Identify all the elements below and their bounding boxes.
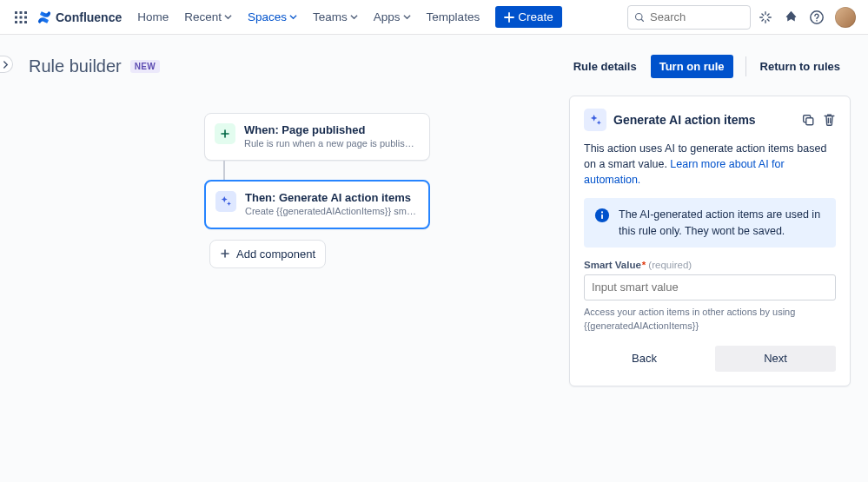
- info-text: The AI-generated action items are used i…: [619, 207, 825, 238]
- svg-point-10: [811, 10, 823, 23]
- when-title: When: Page published: [244, 123, 417, 136]
- page-title: Rule builder: [29, 56, 122, 76]
- nav-apps[interactable]: Apps: [367, 7, 418, 27]
- app-switcher-icon[interactable]: [12, 9, 30, 26]
- discover-icon[interactable]: [758, 10, 773, 25]
- nav-templates[interactable]: Templates: [420, 7, 487, 27]
- create-button[interactable]: Create: [495, 6, 562, 28]
- then-card[interactable]: Then: Generate AI action items Create {{…: [204, 180, 430, 229]
- return-to-rules-link[interactable]: Return to rules: [745, 56, 842, 76]
- svg-rect-1: [20, 11, 23, 14]
- svg-rect-8: [24, 21, 27, 23]
- nav-spaces[interactable]: Spaces: [241, 7, 304, 27]
- search-field[interactable]: [627, 5, 751, 30]
- plus-icon: [220, 248, 230, 259]
- delete-icon[interactable]: [823, 113, 836, 127]
- confluence-icon: [36, 10, 52, 25]
- svg-rect-5: [24, 16, 27, 18]
- sparkle-icon: [584, 109, 606, 131]
- flow-connector: [223, 161, 225, 180]
- duplicate-icon[interactable]: [801, 113, 815, 127]
- svg-rect-15: [601, 215, 603, 219]
- when-card[interactable]: When: Page published Rule is run when a …: [204, 113, 430, 161]
- sparkle-icon: [215, 191, 236, 212]
- avatar[interactable]: [835, 7, 856, 28]
- svg-point-11: [816, 20, 818, 22]
- flow-column: When: Page published Rule is run when a …: [204, 113, 430, 268]
- add-component-button[interactable]: Add component: [209, 240, 326, 268]
- search-icon: [634, 11, 645, 23]
- svg-rect-3: [15, 16, 17, 18]
- nav-links: Home Recent Spaces Teams Apps Templates: [130, 7, 487, 27]
- panel-title: Generate AI action items: [613, 113, 794, 127]
- field-label: Smart Value*(required): [584, 260, 836, 270]
- then-subtitle: Create {{generatedAIActionItems}} smart …: [245, 205, 416, 218]
- svg-rect-6: [15, 21, 17, 23]
- svg-rect-7: [20, 21, 23, 23]
- main-area: Rule builder NEW Rule details Turn on ru…: [0, 35, 868, 482]
- nav-recent[interactable]: Recent: [177, 7, 239, 27]
- product-name: Confluence: [56, 10, 122, 24]
- when-subtitle: Rule is run when a new page is published…: [244, 137, 417, 150]
- info-icon: [594, 208, 610, 223]
- next-button[interactable]: Next: [715, 346, 836, 372]
- notifications-icon[interactable]: [784, 10, 798, 24]
- svg-rect-13: [806, 118, 813, 125]
- then-title: Then: Generate AI action items: [245, 191, 416, 204]
- panel-description: This action uses AI to generate action i…: [584, 141, 836, 188]
- plus-icon: [215, 123, 235, 144]
- svg-point-16: [601, 212, 603, 214]
- field-hint: Access your action items in other action…: [584, 306, 836, 333]
- info-box: The AI-generated action items are used i…: [584, 198, 836, 247]
- top-nav: Confluence Home Recent Spaces Teams Apps…: [0, 0, 868, 35]
- search-input[interactable]: [650, 10, 744, 23]
- svg-rect-2: [24, 11, 27, 14]
- details-panel: Generate AI action items This action use…: [569, 96, 851, 386]
- product-logo[interactable]: Confluence: [36, 10, 122, 25]
- help-icon[interactable]: [809, 10, 825, 25]
- back-button[interactable]: Back: [584, 346, 705, 372]
- smart-value-input[interactable]: [584, 274, 836, 300]
- svg-rect-4: [20, 16, 23, 18]
- new-lozenge: NEW: [130, 60, 160, 73]
- nav-teams[interactable]: Teams: [306, 7, 365, 27]
- turn-on-rule-button[interactable]: Turn on rule: [651, 55, 733, 78]
- svg-rect-0: [15, 11, 17, 14]
- page-header: Rule builder NEW Rule details Turn on ru…: [29, 55, 842, 78]
- nav-home[interactable]: Home: [130, 7, 176, 27]
- rule-details-link[interactable]: Rule details: [572, 56, 639, 76]
